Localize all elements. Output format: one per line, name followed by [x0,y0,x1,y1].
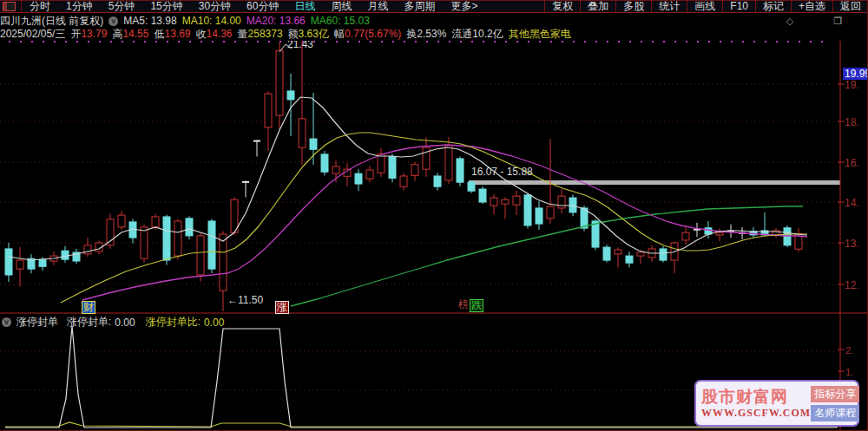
event-marker-涨[interactable]: 涨 [275,301,289,314]
sub-indicator-name[interactable]: 涨停封单 [16,315,58,330]
candle[interactable] [479,189,486,202]
candle[interactable] [174,221,181,256]
candle[interactable] [141,227,148,258]
toolbar-button-返回[interactable]: 返回 [833,1,868,12]
toolbar-button-+自选[interactable]: +自选 [792,1,832,12]
diamond-icon[interactable]: ◇ [786,16,793,27]
toolbar-button-画线[interactable]: 画线 [687,1,722,12]
candle[interactable] [411,165,418,176]
candle[interactable] [276,50,283,115]
menu-item-60分钟[interactable]: 60分钟 [239,1,286,12]
watermark-badge-2: 名师课程 [811,405,859,421]
candle[interactable] [490,198,497,206]
price-axis-label: 19. [845,79,868,91]
candle[interactable] [615,250,621,254]
period-menu: 分时1分钟5分钟15分钟30分钟60分钟日线周线月线多周期更多> [22,1,485,12]
collapse-chevron-icon[interactable]: v [108,16,118,26]
sub-field1-value: 0.00 [115,317,135,329]
candle[interactable] [299,119,306,147]
toolbar-button-复权[interactable]: 复权 [545,1,580,12]
detail-field: 额3.63亿 [288,27,329,42]
ma60-line [291,206,803,306]
menu-item-30分钟[interactable]: 30分钟 [191,1,239,12]
detail-field: 幅0.77(5.67%) [334,27,401,42]
candle[interactable] [366,170,373,179]
event-marker-财[interactable]: 财 [82,301,95,314]
candle[interactable] [592,221,599,247]
candle[interactable] [637,252,644,256]
watermark-site-name: 股市财富网 [701,388,811,407]
candle[interactable] [536,208,542,224]
candle[interactable] [265,94,272,127]
candle[interactable] [400,176,407,186]
menu-item-分时[interactable]: 分时 [22,1,58,12]
candle[interactable] [62,251,69,259]
app-window-icon[interactable] [3,2,16,11]
detail-field: 流通10.2亿 [451,27,503,42]
candle[interactable] [513,196,520,205]
toolbar-button-F10[interactable]: F10 [723,1,755,12]
detail-field: 其他黑色家电 [509,27,571,42]
candle[interactable] [186,219,193,236]
candle[interactable] [547,206,554,219]
candle[interactable] [287,91,294,100]
candle[interactable] [197,236,204,275]
toolbar-buttons: 复权叠加多股统计画线F10标记+自选返回 [544,1,868,12]
candle[interactable] [208,221,215,269]
menu-item-更多>[interactable]: 更多> [443,1,485,12]
candle[interactable] [16,260,23,269]
candle[interactable] [118,215,125,227]
candle[interactable] [152,217,159,227]
candle[interactable] [423,147,430,169]
candle[interactable] [682,232,689,240]
candle[interactable] [434,176,441,186]
menu-item-15分钟[interactable]: 15分钟 [142,1,190,12]
candle[interactable] [39,259,46,266]
sub-collapse-icon[interactable]: v [2,317,11,327]
candle[interactable] [84,245,91,254]
candle[interactable] [626,256,633,263]
candle[interactable] [457,159,464,182]
price-axis-label: 14. [845,197,868,209]
toolbar-button-叠加[interactable]: 叠加 [581,1,615,12]
ma-value-MA10: MA10: 14.00 [182,15,241,27]
stock-chart-canvas[interactable] [0,0,868,431]
candle[interactable] [784,228,791,245]
sub-axis-label: 1. [845,367,853,377]
ma-value-MA5: MA5: 13.98 [123,15,176,27]
event-marker-跌[interactable]: 跌 [470,299,483,312]
candle[interactable] [660,249,667,260]
candle[interactable] [468,182,475,191]
axis-max-price-badge: 19.99 [843,68,868,80]
candle[interactable] [332,167,339,173]
low-price-annotation: ←11.50 [227,294,263,306]
event-marker-榜[interactable]: 榜 [457,299,470,310]
candle[interactable] [355,173,362,184]
menu-item-周线[interactable]: 周线 [323,1,359,12]
menu-item-月线[interactable]: 月线 [359,1,396,12]
candle[interactable] [163,217,170,260]
candle[interactable] [502,199,509,204]
candle[interactable] [321,154,328,172]
candle[interactable] [310,139,317,149]
candle[interactable] [558,196,565,208]
menu-item-日线[interactable]: 日线 [286,1,323,12]
trade-date: 2025/02/05/三 [0,27,65,42]
candle[interactable] [603,247,610,260]
candle[interactable] [445,146,452,180]
menu-item-1分钟[interactable]: 1分钟 [58,1,101,12]
toolbar-button-统计[interactable]: 统计 [652,1,687,12]
candle[interactable] [389,156,396,178]
candle[interactable] [524,195,531,225]
toolbar-button-标记[interactable]: 标记 [756,1,791,12]
menu-item-多周期[interactable]: 多周期 [396,1,443,12]
candle[interactable] [220,234,227,291]
candle[interactable] [5,249,12,275]
menu-item-5分钟[interactable]: 5分钟 [101,1,143,12]
toolbar-button-多股[interactable]: 多股 [616,1,651,12]
watermark-text-block: 股市财富网 WWW.GSCFW.COM [701,388,811,420]
pane-layout-icon[interactable]: ❐ [833,16,842,27]
detail-field: 开13.79 [70,27,107,42]
sub-field1-label: 涨停封单: [67,315,111,330]
candle[interactable] [716,232,723,235]
